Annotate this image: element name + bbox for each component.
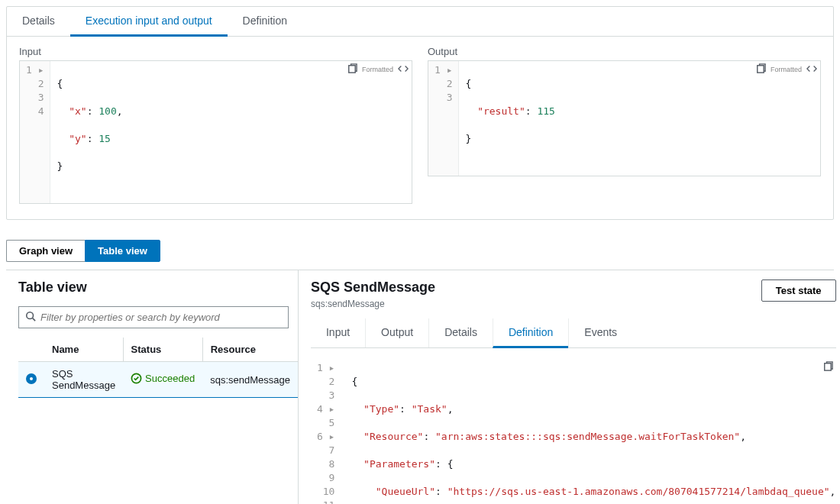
svg-point-2 xyxy=(27,312,34,319)
table-view-title: Table view xyxy=(18,279,298,296)
code-content[interactable]: { "x": 100, "y": 15 } xyxy=(50,61,412,203)
code-content[interactable]: { "Type": "Task", "Resource": "arn:aws:s… xyxy=(345,359,835,504)
input-label: Input xyxy=(19,46,412,57)
row-radio[interactable] xyxy=(26,373,37,384)
dtab-definition[interactable]: Definition xyxy=(493,318,568,348)
definition-code: 1 ▸234 ▸56 ▸78910111213 { "Type": "Task"… xyxy=(311,359,836,504)
search-input[interactable] xyxy=(40,312,282,323)
dtab-details[interactable]: Details xyxy=(428,318,493,347)
io-container: Input Formatted 1 ▸234 { "x": 100, "y": … xyxy=(7,37,833,219)
table-view-pane: Table view Name Status Resource SQS Send… xyxy=(6,270,299,504)
search-box[interactable] xyxy=(18,306,289,328)
code-toggle-icon[interactable] xyxy=(398,64,409,76)
col-name[interactable]: Name xyxy=(44,338,123,362)
copy-icon[interactable] xyxy=(346,63,357,76)
execution-panel: Details Execution input and output Defin… xyxy=(6,6,834,220)
tab-details[interactable]: Details xyxy=(7,7,70,36)
svg-rect-4 xyxy=(824,363,830,370)
input-code: Formatted 1 ▸234 { "x": 100, "y": 15 } xyxy=(19,60,412,204)
table-view-button[interactable]: Table view xyxy=(85,240,160,262)
status-badge: Succeeded xyxy=(131,373,195,384)
copy-icon[interactable] xyxy=(822,360,833,374)
formatted-badge: Formatted xyxy=(771,66,802,73)
output-label: Output xyxy=(428,46,821,57)
view-toggle: Graph view Table view xyxy=(6,240,160,262)
line-gutter: 1 ▸23 xyxy=(428,61,459,176)
execution-tabs: Details Execution input and output Defin… xyxy=(7,7,833,37)
dtab-input[interactable]: Input xyxy=(311,318,365,347)
line-gutter: 1 ▸234 ▸56 ▸78910111213 xyxy=(311,359,345,504)
detail-subtitle: sqs:sendMessage xyxy=(311,299,836,309)
graph-view-button[interactable]: Graph view xyxy=(6,240,85,262)
svg-rect-0 xyxy=(349,66,355,73)
tab-execution-io[interactable]: Execution input and output xyxy=(70,7,228,37)
detail-title: SQS SendMessage xyxy=(311,279,836,296)
table-row[interactable]: SQS SendMessage Succeeded sqs:sendMessag… xyxy=(18,362,298,398)
detail-pane: Test state SQS SendMessage sqs:sendMessa… xyxy=(299,270,840,504)
copy-icon[interactable] xyxy=(754,63,766,76)
output-section: Output Formatted 1 ▸23 { "result": 115 } xyxy=(428,46,821,204)
states-table: Name Status Resource SQS SendMessage Suc… xyxy=(18,338,298,398)
output-code: Formatted 1 ▸23 { "result": 115 } xyxy=(428,60,821,176)
svg-rect-1 xyxy=(758,66,764,73)
col-resource[interactable]: Resource xyxy=(202,338,298,362)
split-container: Table view Name Status Resource SQS Send… xyxy=(6,270,834,504)
code-content[interactable]: { "result": 115 } xyxy=(459,61,820,176)
row-resource: sqs:sendMessage xyxy=(202,362,298,398)
test-state-button[interactable]: Test state xyxy=(761,279,836,302)
dtab-output[interactable]: Output xyxy=(365,318,428,347)
code-toggle-icon[interactable] xyxy=(806,64,817,76)
line-gutter: 1 ▸234 xyxy=(20,61,50,203)
detail-tabs: Input Output Details Definition Events xyxy=(311,318,836,348)
tab-definition[interactable]: Definition xyxy=(228,7,302,36)
dtab-events[interactable]: Events xyxy=(568,318,632,347)
input-section: Input Formatted 1 ▸234 { "x": 100, "y": … xyxy=(19,46,412,204)
col-status[interactable]: Status xyxy=(123,338,202,362)
row-name: SQS SendMessage xyxy=(44,362,123,398)
formatted-badge: Formatted xyxy=(362,66,393,73)
search-icon xyxy=(25,311,36,324)
